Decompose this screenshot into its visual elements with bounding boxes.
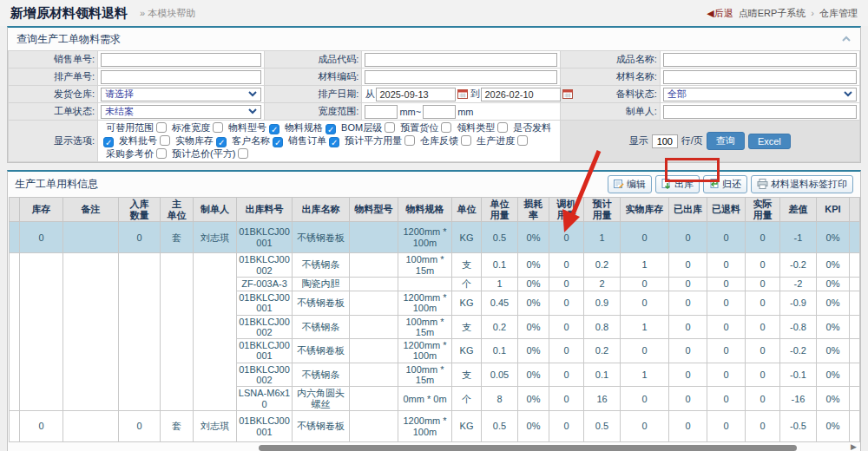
width-unit2: mm — [457, 107, 473, 117]
table-cell: 1 — [621, 363, 669, 387]
breadcrumb-separator: › — [811, 8, 814, 18]
scrollbar-thumb[interactable] — [259, 445, 797, 451]
module-help-link[interactable]: » 本模块帮助 — [140, 7, 195, 20]
table-cell: 0 — [621, 291, 669, 315]
column-header: 实际 用量 — [746, 198, 780, 222]
column-header: 已退料 — [707, 198, 746, 222]
display-option-checkbox[interactable] — [441, 122, 451, 133]
display-option-checkbox[interactable] — [156, 122, 167, 133]
calendar-icon[interactable] — [457, 88, 468, 101]
display-option-checkbox[interactable]: ✓ — [273, 137, 283, 147]
table-cell: 刘志琪 — [194, 411, 237, 442]
table-cell: 不锈钢条 — [293, 315, 350, 339]
display-option-checkbox[interactable] — [461, 135, 471, 146]
page-size-input[interactable] — [652, 134, 678, 148]
display-option-checkbox[interactable] — [160, 135, 170, 146]
edit-icon — [614, 179, 624, 191]
product-name-label: 成品名称: — [560, 51, 660, 69]
table-row[interactable]: 00套刘志琪01BKLCJ00001不锈钢卷板1200mm * 100mKG0.… — [10, 222, 860, 253]
table-cell: 0 — [669, 315, 707, 339]
table-cell: 1 — [621, 253, 669, 278]
table-cell — [850, 222, 860, 253]
display-option-checkbox[interactable] — [156, 148, 167, 159]
collapse-panel-icon[interactable] — [841, 33, 852, 45]
table-cell: 0 — [549, 339, 584, 363]
display-option-checkbox[interactable]: ✓ — [216, 137, 227, 147]
material-code-input[interactable] — [365, 70, 556, 84]
table-cell — [850, 411, 860, 442]
maker-input[interactable] — [663, 105, 857, 119]
width-min-input[interactable] — [365, 105, 398, 119]
table-cell — [850, 253, 860, 278]
sales-no-input[interactable] — [101, 53, 261, 67]
table-cell — [350, 253, 398, 278]
prep-status-select[interactable]: 全部 — [663, 88, 857, 101]
table-row[interactable]: 01BKLCJ00002不锈钢条100mm * 15m支0.10%00.2100… — [10, 253, 860, 278]
table-row[interactable]: 00套刘志琪01BKLCJ00001不锈钢卷板1200mm * 100mKG0.… — [10, 411, 860, 442]
maker-label: 制单人: — [560, 103, 660, 121]
grid-toolbar: 编辑 出库 归还 材料退料标签打印 — [608, 175, 853, 193]
table-cell: 0.5 — [482, 222, 518, 253]
table-cell — [350, 315, 398, 339]
edit-button[interactable]: 编辑 — [608, 175, 652, 193]
table-cell: 0 — [549, 363, 584, 387]
display-option-checkbox[interactable]: ✓ — [326, 124, 336, 134]
breadcrumb-module[interactable]: 仓库管理 — [819, 7, 858, 20]
display-option-checkbox[interactable]: ✓ — [103, 137, 114, 147]
display-option-checkbox[interactable] — [385, 122, 395, 133]
table-cell: 0% — [817, 363, 850, 387]
date-from-input[interactable] — [376, 88, 456, 101]
column-header: 入库 数量 — [119, 198, 161, 222]
column-header: 单位 — [452, 198, 482, 222]
table-cell: 1200mm * 100m — [398, 291, 452, 315]
back-link[interactable]: ◀后退 — [707, 7, 733, 20]
display-option-checkbox[interactable]: ✓ — [269, 124, 279, 134]
display-option-checkbox[interactable] — [213, 122, 223, 133]
date-to-input[interactable] — [481, 88, 561, 101]
table-cell — [850, 387, 860, 411]
table-cell: 支 — [452, 253, 482, 278]
material-name-input[interactable] — [663, 70, 857, 84]
calendar-icon[interactable] — [562, 88, 573, 101]
column-header: 物料型号 — [350, 198, 398, 222]
table-cell: 0 — [707, 363, 746, 387]
table-cell: 0 — [549, 387, 584, 411]
order-status-label: 工单状态: — [9, 103, 98, 121]
search-button[interactable]: 查询 — [707, 132, 745, 150]
table-cell: 0 — [621, 339, 669, 363]
table-cell: 不锈钢卷板 — [293, 411, 350, 442]
breadcrumb-app[interactable]: 点晴ERP子系统 — [739, 7, 806, 20]
display-option-checkbox[interactable]: ✓ — [329, 137, 339, 147]
annotation-highlight-box — [665, 158, 720, 182]
table-cell: 0.45 — [482, 291, 518, 315]
table-cell: 0.5 — [482, 411, 518, 442]
schedule-no-input[interactable] — [101, 70, 261, 84]
column-header — [10, 198, 20, 222]
product-code-input[interactable] — [365, 53, 556, 67]
scrollbar-right-arrow[interactable]: ▶ — [851, 442, 857, 451]
table-cell: 0.1 — [482, 253, 518, 278]
display-option-label: BOM层级 — [341, 121, 382, 134]
display-option-checkbox[interactable] — [497, 122, 508, 133]
material-code-label: 材料编码: — [265, 69, 362, 86]
table-cell: 01BKLCJ00002 — [237, 363, 293, 387]
table-cell: 1200mm * 100m — [398, 411, 452, 442]
product-name-input[interactable] — [663, 53, 857, 67]
table-cell: 0 — [549, 411, 584, 442]
print-labels-button[interactable]: 材料退料标签打印 — [751, 175, 853, 193]
column-header: KPI — [817, 198, 850, 222]
table-cell: 0 — [669, 222, 707, 253]
order-status-select[interactable]: 未结案 — [101, 105, 261, 119]
table-cell: 0 — [746, 387, 780, 411]
table-cell: 01BKLCJ00001 — [237, 339, 293, 363]
display-option-checkbox[interactable] — [517, 135, 528, 146]
display-option-checkbox[interactable] — [404, 135, 415, 146]
width-max-input[interactable] — [423, 105, 456, 119]
ship-warehouse-select[interactable]: 请选择 — [101, 88, 261, 101]
table-cell: 0.9 — [584, 291, 621, 315]
horizontal-scrollbar[interactable]: ▶ — [11, 444, 857, 451]
display-option-checkbox[interactable] — [238, 148, 248, 159]
table-cell: -0.8 — [780, 315, 817, 339]
excel-button[interactable]: Excel — [748, 134, 791, 149]
table-cell — [119, 253, 161, 411]
